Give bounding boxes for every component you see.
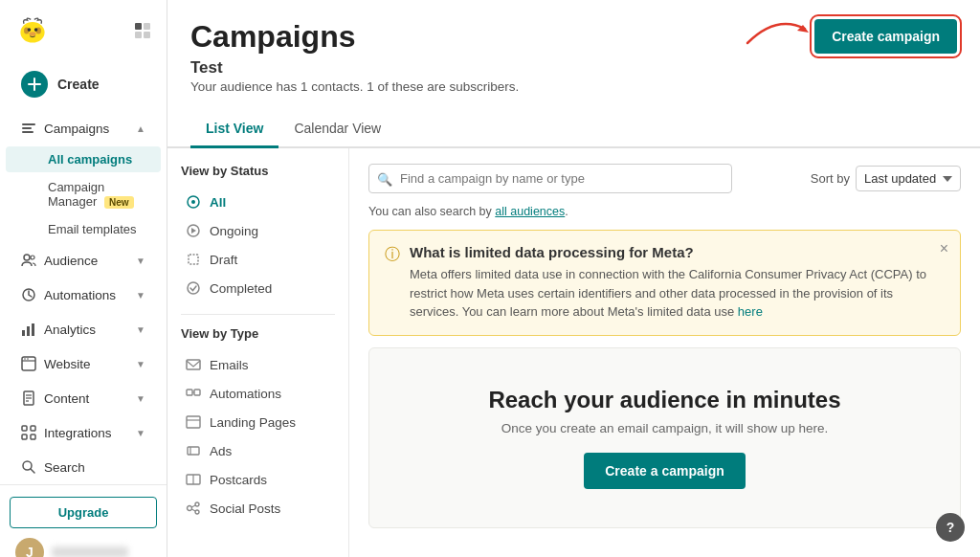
audience-chevron: ▼ bbox=[136, 256, 145, 266]
filter-ads[interactable]: Ads bbox=[181, 436, 335, 465]
svg-rect-9 bbox=[144, 32, 150, 38]
search-input[interactable] bbox=[368, 164, 732, 193]
sidebar-item-automations[interactable]: Automations ▼ bbox=[6, 278, 161, 311]
audience-label: Audience bbox=[44, 254, 98, 268]
right-content-area: 🔍 Sort by Last updated Name Date created… bbox=[349, 148, 980, 557]
completed-icon bbox=[185, 279, 202, 297]
info-icon: ⓘ bbox=[385, 245, 400, 265]
svg-rect-44 bbox=[188, 447, 199, 455]
svg-point-37 bbox=[188, 282, 199, 294]
sidebar: Create Campaigns ▲ All campaigns Campaig… bbox=[0, 0, 167, 557]
sort-by-wrap: Sort by Last updated Name Date created bbox=[811, 166, 961, 191]
svg-rect-40 bbox=[194, 390, 200, 395]
draft-icon bbox=[185, 251, 202, 268]
filter-divider bbox=[181, 314, 335, 315]
svg-line-51 bbox=[191, 505, 195, 507]
svg-rect-36 bbox=[189, 255, 198, 264]
create-icon bbox=[21, 71, 48, 98]
all-icon bbox=[185, 193, 202, 211]
tab-calendar-view[interactable]: Calendar View bbox=[278, 113, 396, 148]
postcards-icon bbox=[185, 471, 202, 488]
sidebar-item-website[interactable]: Website ▼ bbox=[6, 347, 161, 380]
sidebar-item-search[interactable]: Search bbox=[6, 451, 161, 483]
user-profile[interactable]: J bbox=[10, 528, 157, 557]
filter-postcards[interactable]: Postcards bbox=[181, 465, 335, 494]
main-content: Campaigns Test Your audience has 1 conta… bbox=[167, 0, 980, 557]
sidebar-item-integrations[interactable]: Integrations ▼ bbox=[6, 416, 161, 449]
filter-social-posts[interactable]: Social Posts bbox=[181, 494, 335, 523]
content-chevron: ▼ bbox=[136, 393, 145, 404]
audience-info: Your audience has 1 contacts. 1 of these… bbox=[190, 79, 519, 94]
filter-landing-pages[interactable]: Landing Pages bbox=[181, 408, 335, 436]
audience-icon bbox=[21, 253, 36, 268]
svg-rect-11 bbox=[22, 127, 32, 129]
sidebar-item-analytics[interactable]: Analytics ▼ bbox=[6, 313, 161, 345]
header-left: Campaigns Test Your audience has 1 conta… bbox=[190, 19, 519, 94]
tab-list-view[interactable]: List View bbox=[190, 113, 278, 148]
sidebar-sub-campaign-manager[interactable]: Campaign Manager New bbox=[6, 174, 161, 214]
search-nav-label: Search bbox=[44, 460, 85, 475]
sidebar-sub-email-templates[interactable]: Email templates bbox=[6, 216, 161, 242]
all-audiences-link[interactable]: all audiences bbox=[495, 205, 565, 218]
automations-chevron: ▼ bbox=[136, 290, 145, 301]
sort-select[interactable]: Last updated Name Date created bbox=[856, 166, 961, 191]
svg-point-3 bbox=[28, 28, 32, 32]
svg-rect-19 bbox=[22, 357, 35, 370]
svg-rect-27 bbox=[31, 426, 35, 431]
user-avatar: J bbox=[15, 538, 44, 557]
analytics-icon bbox=[21, 322, 36, 337]
automations-filter-icon bbox=[185, 385, 202, 402]
tabs-bar: List View Calendar View bbox=[167, 113, 980, 148]
campaigns-nav-label: Campaigns bbox=[44, 122, 109, 136]
svg-rect-29 bbox=[31, 434, 35, 439]
info-banner: ⓘ What is limited data processing for Me… bbox=[368, 230, 961, 336]
ongoing-icon bbox=[185, 222, 202, 239]
svg-rect-7 bbox=[144, 23, 150, 30]
help-button[interactable]: ? bbox=[936, 513, 965, 542]
user-name-blur bbox=[52, 546, 128, 557]
svg-rect-28 bbox=[22, 434, 27, 439]
svg-point-48 bbox=[188, 506, 192, 511]
create-campaign-empty-button[interactable]: Create a campaign bbox=[584, 453, 746, 489]
svg-point-21 bbox=[27, 358, 29, 360]
logo-area bbox=[0, 0, 167, 57]
svg-rect-18 bbox=[32, 323, 34, 336]
svg-point-5 bbox=[29, 32, 35, 36]
filter-emails[interactable]: Emails bbox=[181, 350, 335, 379]
svg-point-4 bbox=[34, 28, 38, 32]
banner-link[interactable]: here bbox=[738, 304, 763, 319]
ads-icon bbox=[185, 442, 202, 459]
new-badge: New bbox=[104, 196, 134, 209]
filter-ongoing[interactable]: Ongoing bbox=[181, 216, 335, 245]
emails-icon bbox=[185, 356, 202, 373]
empty-state-title: Reach your audience in minutes bbox=[389, 387, 941, 413]
banner-text: Meta offers limited data use in connecti… bbox=[410, 265, 945, 322]
automations-label: Automations bbox=[44, 288, 116, 302]
create-nav-item[interactable]: Create bbox=[6, 61, 161, 107]
sidebar-item-campaigns[interactable]: Campaigns ▲ bbox=[6, 112, 161, 145]
website-label: Website bbox=[44, 357, 91, 371]
layout-icon[interactable] bbox=[134, 22, 151, 39]
search-icon: 🔍 bbox=[377, 171, 392, 186]
create-campaign-button[interactable]: Create campaign bbox=[814, 19, 957, 54]
website-chevron: ▼ bbox=[136, 359, 145, 369]
campaigns-icon bbox=[21, 121, 36, 136]
sidebar-sub-all-campaigns[interactable]: All campaigns bbox=[6, 146, 161, 172]
automations-icon bbox=[21, 287, 36, 302]
filter-all[interactable]: All bbox=[181, 188, 335, 216]
svg-rect-17 bbox=[27, 326, 30, 336]
website-icon bbox=[21, 356, 36, 371]
svg-point-14 bbox=[31, 256, 34, 259]
filter-automations[interactable]: Automations bbox=[181, 379, 335, 408]
arrow-annotation bbox=[738, 10, 814, 48]
sidebar-item-audience[interactable]: Audience ▼ bbox=[6, 244, 161, 277]
banner-close-button[interactable]: × bbox=[940, 240, 948, 257]
svg-rect-38 bbox=[187, 360, 200, 369]
filter-completed[interactable]: Completed bbox=[181, 274, 335, 302]
upgrade-button[interactable]: Upgrade bbox=[10, 497, 157, 528]
filter-draft[interactable]: Draft bbox=[181, 245, 335, 274]
page-title: Campaigns bbox=[190, 19, 519, 55]
content-icon bbox=[21, 390, 36, 406]
campaigns-chevron: ▲ bbox=[136, 123, 145, 134]
sidebar-item-content[interactable]: Content ▼ bbox=[6, 382, 161, 414]
